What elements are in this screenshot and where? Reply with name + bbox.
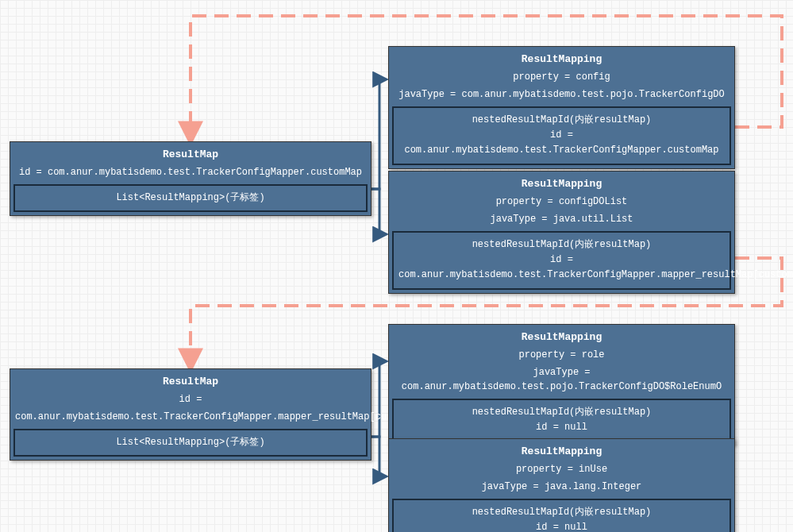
resultmapping-2-java: javaType = java.util.List — [389, 210, 734, 228]
resultmap-2-id1: id = — [10, 391, 371, 408]
resultmapping-4-nest2: id = null — [398, 520, 725, 532]
resultmapping-2: ResultMapping property = configDOList ja… — [388, 171, 735, 294]
resultmapping-4-nested: nestedResultMapId(内嵌resultMap) id = null — [392, 499, 731, 532]
resultmap-1: ResultMap id = com.anur.mybatisdemo.test… — [10, 141, 371, 216]
resultmapping-2-nest2: id = — [398, 253, 725, 268]
resultmapping-2-nested: nestedResultMapId(内嵌resultMap) id = com.… — [392, 231, 731, 290]
resultmapping-1-title: ResultMapping — [389, 47, 734, 68]
resultmapping-1-nest2: id = com.anur.mybatisdemo.test.TrackerCo… — [398, 128, 725, 158]
resultmapping-4-java: javaType = java.lang.Integer — [389, 478, 734, 495]
resultmapping-2-prop: property = configDOList — [389, 193, 734, 210]
resultmapping-1-java: javaType = com.anur.mybatisdemo.test.poj… — [389, 86, 734, 103]
resultmapping-1: ResultMapping property = config javaType… — [388, 46, 735, 169]
resultmapping-4-title: ResultMapping — [389, 439, 734, 461]
resultmapping-2-nest1: nestedResultMapId(内嵌resultMap) — [398, 237, 725, 253]
resultmap-1-id: id = com.anur.mybatisdemo.test.TrackerCo… — [10, 164, 371, 181]
resultmapping-3-title: ResultMapping — [389, 325, 734, 346]
resultmapping-3-java: javaType = com.anur.mybatisdemo.test.poj… — [389, 364, 734, 395]
resultmapping-1-nest1: nestedResultMapId(内嵌resultMap) — [398, 113, 725, 128]
resultmapping-1-nested: nestedResultMapId(内嵌resultMap) id = com.… — [392, 106, 731, 165]
resultmapping-4-prop: property = inUse — [389, 461, 734, 478]
resultmapping-4: ResultMapping property = inUse javaType … — [388, 438, 735, 532]
resultmap-2-sub: List<ResultMapping>(子标签) — [13, 429, 368, 457]
diagram-canvas: ResultMap id = com.anur.mybatisdemo.test… — [0, 0, 793, 532]
resultmapping-3-nest1: nestedResultMapId(内嵌resultMap) — [398, 405, 725, 420]
resultmap-2: ResultMap id = com.anur.mybatisdemo.test… — [10, 368, 371, 461]
resultmapping-2-nest3: com.anur.mybatisdemo.test.TrackerConfigM… — [398, 268, 725, 283]
resultmapping-2-title: ResultMapping — [389, 172, 734, 193]
resultmap-2-title: ResultMap — [10, 369, 371, 391]
resultmapping-1-prop: property = config — [389, 68, 734, 86]
resultmap-1-sub: List<ResultMapping>(子标签) — [13, 184, 368, 212]
resultmap-2-id2: com.anur.mybatisdemo.test.TrackerConfigM… — [10, 408, 371, 426]
resultmap-1-title: ResultMap — [10, 142, 371, 164]
resultmapping-4-nest1: nestedResultMapId(内嵌resultMap) — [398, 505, 725, 520]
resultmapping-3: ResultMapping property = role javaType =… — [388, 324, 735, 445]
resultmapping-3-nest2: id = null — [398, 420, 725, 435]
resultmapping-3-prop: property = role — [389, 346, 734, 364]
resultmapping-3-nested: nestedResultMapId(内嵌resultMap) id = null — [392, 399, 731, 441]
